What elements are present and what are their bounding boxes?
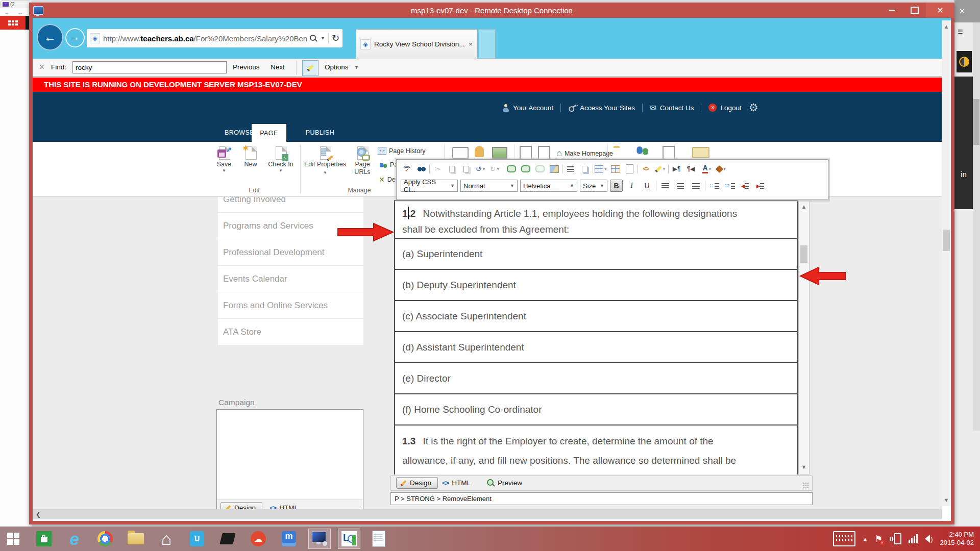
- ltr-paragraph-icon[interactable]: ▶¶: [670, 163, 683, 175]
- indent-button[interactable]: ▶: [754, 180, 767, 192]
- font-size-dropdown[interactable]: Size▼: [580, 180, 607, 192]
- paragraph-format-icon[interactable]: [564, 163, 577, 175]
- network-signal-icon[interactable]: [909, 534, 918, 543]
- scroll-down-icon[interactable]: ▼: [799, 464, 809, 470]
- insert-table-icon[interactable]: ▼: [595, 163, 607, 175]
- taskbar-remote-desktop-active[interactable]: [308, 529, 331, 549]
- taskbar-internet-explorer[interactable]: e: [63, 529, 86, 549]
- start-button[interactable]: [2, 529, 24, 549]
- taskbar-clock[interactable]: 2:40 PM 2015-04-02: [940, 531, 974, 547]
- scroll-left-icon[interactable]: ❮: [36, 511, 41, 518]
- sidebar-item-professional-development[interactable]: Professional Development: [218, 239, 363, 266]
- background-close-button[interactable]: ×: [954, 0, 980, 22]
- export-icon[interactable]: [692, 147, 709, 158]
- email-link-icon[interactable]: [452, 147, 469, 159]
- widget-design-tab[interactable]: Design: [220, 502, 262, 509]
- taskbar-cloud-app[interactable]: ☁: [247, 529, 270, 549]
- show-hidden-icons[interactable]: ▲: [863, 536, 868, 542]
- list-item-a[interactable]: (a) Superintendent: [395, 239, 797, 270]
- page-history-button[interactable]: +|+ Page History: [378, 147, 426, 155]
- background-browser-tab[interactable]: (2: [0, 0, 33, 8]
- taskbar-chrome[interactable]: [94, 529, 116, 549]
- address-dropdown-icon[interactable]: ▼: [321, 36, 325, 41]
- widget-html-tab[interactable]: <> HTML: [270, 504, 298, 509]
- editor-scrollbar[interactable]: ▲ ▼: [798, 200, 810, 474]
- save-button[interactable]: ↗ Save▼: [212, 145, 236, 173]
- outdent-button[interactable]: ◀: [739, 180, 751, 192]
- sidebar-item-forms-online-services[interactable]: Forms and Online Services: [218, 292, 363, 319]
- edit-table-icon[interactable]: [609, 163, 622, 175]
- forward-arrow-icon[interactable]: →: [17, 9, 23, 16]
- browser-vertical-scrollbar[interactable]: ▲ ▼: [942, 20, 951, 506]
- taskbar-maxthon[interactable]: m: [278, 529, 300, 549]
- list-item-e[interactable]: (e) Director: [395, 363, 797, 394]
- find-input[interactable]: [72, 61, 227, 73]
- tab-close-icon[interactable]: ×: [469, 40, 473, 48]
- list-item-c[interactable]: (c) Associate Superintendent: [395, 301, 797, 332]
- resize-grip[interactable]: [803, 482, 809, 488]
- campaign-editor-widget[interactable]: Design <> HTML Preview: [216, 409, 363, 509]
- paste-icon[interactable]: [460, 163, 473, 175]
- volume-icon[interactable]: ): [925, 535, 933, 543]
- source-code-icon[interactable]: <>: [640, 163, 652, 175]
- view-versions-icon[interactable]: [663, 146, 675, 160]
- rdp-titlebar[interactable]: msp13-ev07-dev - Remote Desktop Connecti…: [29, 3, 954, 18]
- article-editor[interactable]: 1.2Notwithstanding Article 1.1, employee…: [394, 200, 798, 474]
- alert-me-icon[interactable]: [475, 146, 484, 157]
- font-color-icon[interactable]: A▼: [701, 163, 714, 175]
- preview-page-icon[interactable]: [520, 146, 532, 160]
- bullet-list-button[interactable]: ∷: [708, 180, 721, 192]
- sidebar-item-ata-store[interactable]: ATA Store: [218, 319, 363, 345]
- action-center-flag-icon[interactable]: ⚑✕: [875, 534, 883, 544]
- page-permissions-button[interactable]: Pa: [380, 161, 398, 168]
- edit-properties-button[interactable]: Edit Properties ▼: [303, 145, 347, 176]
- spellcheck-icon[interactable]: ABC✓: [401, 163, 413, 175]
- paragraph-style-dropdown[interactable]: Normal▼: [460, 180, 518, 192]
- page-layout-icon[interactable]: [538, 146, 550, 160]
- scroll-up-icon[interactable]: ▲: [942, 23, 951, 30]
- align-center-button[interactable]: [674, 180, 687, 192]
- background-scrollbar[interactable]: [973, 22, 980, 431]
- insert-image-icon[interactable]: [548, 163, 560, 175]
- italic-button[interactable]: I: [625, 180, 638, 192]
- redo-icon[interactable]: ↻▼: [488, 163, 501, 175]
- editor-preview-tab[interactable]: Preview: [487, 479, 522, 487]
- taskbar-file-explorer[interactable]: [125, 529, 147, 549]
- ribbon-tab-publish[interactable]: PUBLISH: [302, 124, 338, 141]
- new-button[interactable]: ✱ New: [239, 145, 262, 168]
- permissions-icon[interactable]: [637, 145, 649, 156]
- preview-image-icon[interactable]: [492, 147, 507, 159]
- options-dropdown-icon[interactable]: ▼: [354, 65, 359, 70]
- insert-link-icon[interactable]: [505, 163, 518, 175]
- undo-icon[interactable]: ↺▼: [474, 163, 487, 175]
- taskbar-u-app[interactable]: U: [186, 529, 208, 549]
- rtl-paragraph-icon[interactable]: ¶◀: [684, 163, 697, 175]
- scroll-thumb[interactable]: [800, 245, 807, 263]
- highlight-icon[interactable]: ▼: [654, 163, 667, 175]
- make-homepage-button[interactable]: ⌂ Make Homepage: [556, 148, 613, 159]
- find-next-button[interactable]: Next: [271, 63, 285, 71]
- contact-us-link[interactable]: ✉Contact Us: [650, 103, 694, 112]
- browser-tab[interactable]: ◈ Rocky View School Division... ×: [356, 29, 477, 59]
- browser-horizontal-scrollbar[interactable]: ❮: [33, 509, 942, 519]
- app-grid-button[interactable]: [0, 16, 26, 30]
- access-sites-link[interactable]: Access Your Sites: [568, 104, 635, 112]
- address-bar[interactable]: ◈ http://www.teachers.ab.ca/For%20Member…: [87, 29, 342, 47]
- align-right-button[interactable]: [690, 180, 702, 192]
- settings-gear-icon[interactable]: ⚙: [749, 102, 758, 114]
- editor-html-tab[interactable]: <> HTML: [442, 479, 471, 487]
- taskbar-store[interactable]: [33, 529, 55, 549]
- font-family-dropdown[interactable]: Helvetica▼: [520, 180, 577, 192]
- highlight-all-button[interactable]: [302, 60, 318, 76]
- paste-special-icon[interactable]: [578, 163, 591, 175]
- scroll-thumb[interactable]: [943, 230, 950, 251]
- remove-link-icon[interactable]: [533, 163, 546, 175]
- paragraph-1-3[interactable]: 1.3It is the right of the Employer to cr…: [395, 425, 797, 474]
- power-plug-icon[interactable]: [890, 533, 901, 544]
- underline-button[interactable]: U: [641, 180, 653, 192]
- cut-icon[interactable]: ✂: [431, 163, 444, 175]
- page-urls-button[interactable]: Page URLs: [349, 145, 376, 176]
- taskbar-lync-active[interactable]: L: [338, 529, 360, 549]
- ribbon-tab-page[interactable]: PAGE: [252, 124, 286, 142]
- delete-page-button[interactable]: ✕ De: [379, 176, 396, 184]
